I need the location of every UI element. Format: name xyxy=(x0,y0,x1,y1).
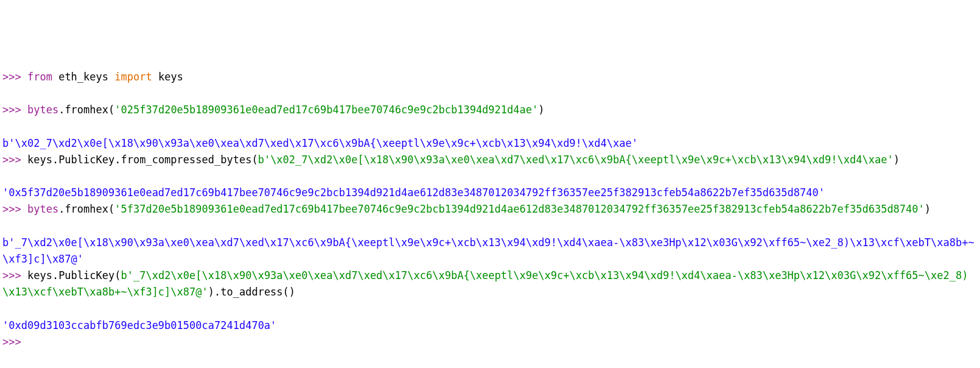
repl-prompt: >>> xyxy=(2,336,27,348)
output-string: '0x5f37d20e5b18909361e0ead7ed17c69b417be… xyxy=(2,186,825,199)
repl-output-line: b'_7\xd2\x0e[\x18\x90\x93a\xe0\xea\xd7\x… xyxy=(2,235,978,267)
repl-prompt: >>> xyxy=(2,104,27,116)
output-string: '0xd09d3103ccabfb769edc3e9b01500ca7241d4… xyxy=(2,319,276,331)
repl-output-line: b'\x02_7\xd2\x0e[\x18\x90\x93a\xe0\xea\x… xyxy=(2,135,978,152)
string-literal: '025f37d20e5b18909361e0ead7ed17c69b417be… xyxy=(114,104,538,116)
identifier-token: ) xyxy=(925,203,931,215)
identifier-token: ) xyxy=(538,104,544,116)
repl-prompt: >>> xyxy=(2,154,27,166)
repl-input-line: >>> bytes.fromhex('025f37d20e5b18909361e… xyxy=(2,102,978,118)
identifier-token: keys.PublicKey.from_compressed_bytes( xyxy=(27,154,258,166)
identifier-token: keys xyxy=(152,71,183,83)
repl-input-line: >>> from eth_keys import keys xyxy=(2,69,978,85)
blank-line xyxy=(2,300,978,317)
python-repl-terminal[interactable]: >>> from eth_keys import keys >>> bytes.… xyxy=(2,69,978,350)
identifier-token: eth_keys xyxy=(52,71,114,83)
blank-line xyxy=(2,168,978,185)
repl-input-line: >>> keys.PublicKey(b'_7\xd2\x0e[\x18\x90… xyxy=(2,267,978,300)
blank-line xyxy=(2,118,978,135)
string-literal: '5f37d20e5b18909361e0ead7ed17c69b417bee7… xyxy=(114,203,925,215)
repl-prompt: >>> xyxy=(2,71,27,83)
string-literal: b'\x02_7\xd2\x0e[\x18\x90\x93a\xe0\xea\x… xyxy=(258,154,894,166)
repl-input-line: >>> xyxy=(2,334,978,350)
repl-input-line: >>> keys.PublicKey.from_compressed_bytes… xyxy=(2,152,978,168)
string-literal: b'_7\xd2\x0e[\x18\x90\x93a\xe0\xea\xd7\x… xyxy=(2,269,968,298)
identifier-token: keys.PublicKey( xyxy=(27,269,121,281)
repl-output-line: '0xd09d3103ccabfb769edc3e9b01500ca7241d4… xyxy=(2,317,978,334)
repl-prompt: >>> xyxy=(2,269,27,281)
identifier-token: .fromhex( xyxy=(58,104,114,116)
repl-output-line: '0x5f37d20e5b18909361e0ead7ed17c69b417be… xyxy=(2,185,978,201)
blank-line xyxy=(2,218,978,234)
output-string: b'_7\xd2\x0e[\x18\x90\x93a\xe0\xea\xd7\x… xyxy=(2,236,975,265)
identifier-token: ) xyxy=(894,154,900,166)
keyword-import-token: import xyxy=(114,71,152,83)
identifier-token: ).to_address() xyxy=(208,286,295,298)
keyword-token: from xyxy=(27,71,52,83)
keyword-token: bytes xyxy=(27,104,58,116)
repl-prompt: >>> xyxy=(2,203,27,215)
repl-input-line: >>> bytes.fromhex('5f37d20e5b18909361e0e… xyxy=(2,201,978,218)
identifier-token: .fromhex( xyxy=(58,203,114,215)
blank-line xyxy=(2,85,978,102)
output-string: b'\x02_7\xd2\x0e[\x18\x90\x93a\xe0\xea\x… xyxy=(2,137,638,149)
keyword-token: bytes xyxy=(27,203,58,215)
